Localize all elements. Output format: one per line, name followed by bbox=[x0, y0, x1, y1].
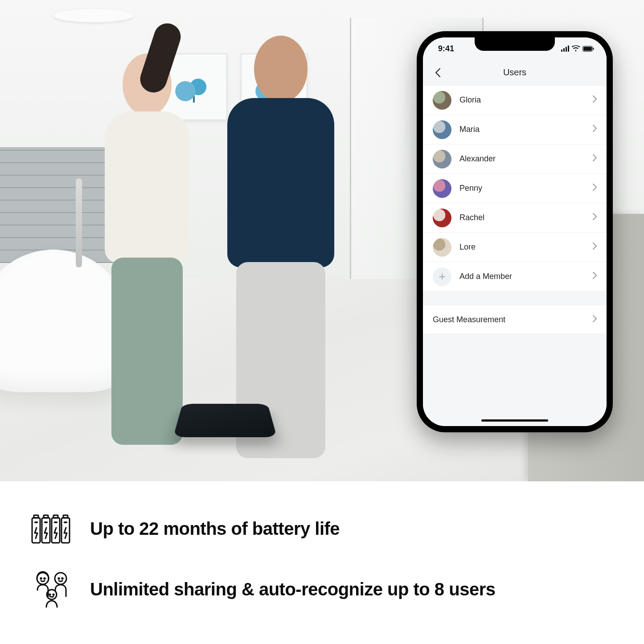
add-member-label: Add a Member bbox=[459, 272, 592, 281]
avatar bbox=[433, 150, 451, 168]
user-row[interactable]: Gloria bbox=[423, 86, 607, 115]
avatar bbox=[433, 91, 451, 110]
svg-point-21 bbox=[44, 578, 45, 579]
section-gap bbox=[423, 291, 607, 305]
status-icons bbox=[561, 45, 594, 52]
batteries-icon bbox=[31, 508, 72, 549]
avatar bbox=[433, 179, 451, 198]
back-button[interactable] bbox=[431, 66, 444, 79]
svg-rect-4 bbox=[34, 515, 38, 518]
svg-rect-1 bbox=[583, 47, 592, 51]
user-name: Penny bbox=[459, 184, 592, 193]
chevron-right-icon bbox=[592, 154, 597, 164]
plus-icon: + bbox=[433, 267, 451, 286]
status-time: 9:41 bbox=[438, 44, 454, 53]
page-title: Users bbox=[423, 67, 607, 78]
guest-label: Guest Measurement bbox=[433, 315, 592, 324]
user-name: Lore bbox=[459, 242, 592, 252]
chevron-right-icon bbox=[592, 183, 597, 193]
feature-battery-text: Up to 22 months of battery life bbox=[90, 519, 340, 539]
user-name: Maria bbox=[459, 125, 592, 134]
guest-measurement-row[interactable]: Guest Measurement bbox=[423, 305, 607, 334]
avatar bbox=[433, 238, 451, 257]
chevron-right-icon bbox=[592, 124, 597, 135]
nav-header: Users bbox=[423, 60, 607, 86]
user-name: Rachel bbox=[459, 213, 592, 222]
add-member-row[interactable]: +Add a Member bbox=[423, 262, 607, 291]
users-list: GloriaMariaAlexanderPennyRachelLore+Add … bbox=[423, 86, 607, 291]
screen-spacer bbox=[423, 334, 607, 426]
user-name: Gloria bbox=[459, 95, 592, 105]
wifi-icon bbox=[572, 45, 580, 52]
svg-rect-16 bbox=[63, 515, 68, 518]
user-row[interactable]: Penny bbox=[423, 174, 607, 203]
svg-point-20 bbox=[41, 578, 41, 579]
chevron-right-icon bbox=[592, 315, 597, 325]
person-woman bbox=[89, 53, 205, 446]
chevron-right-icon bbox=[592, 242, 597, 252]
user-row[interactable]: Rachel bbox=[423, 203, 607, 233]
user-row[interactable]: Maria bbox=[423, 115, 607, 144]
faucet bbox=[76, 178, 82, 267]
phone-mockup: 9:41 Users GloriaMa bbox=[417, 31, 613, 432]
feature-sharing: Unlimited sharing & auto-recognize up to… bbox=[31, 569, 613, 610]
svg-point-27 bbox=[53, 594, 54, 595]
user-row[interactable]: Alexander bbox=[423, 144, 607, 174]
ceiling-light bbox=[53, 9, 134, 22]
feature-list: Up to 22 months of battery life bbox=[0, 481, 644, 644]
avatar bbox=[433, 120, 451, 139]
battery-icon bbox=[582, 46, 594, 52]
chevron-right-icon bbox=[592, 213, 597, 223]
user-name: Alexander bbox=[459, 154, 592, 164]
chevron-left-icon bbox=[435, 68, 441, 78]
smart-scale bbox=[173, 404, 277, 437]
phone-notch bbox=[475, 37, 555, 51]
svg-point-24 bbox=[62, 578, 63, 579]
svg-rect-12 bbox=[53, 515, 58, 518]
svg-point-26 bbox=[49, 594, 50, 595]
person-man bbox=[214, 36, 348, 446]
home-indicator bbox=[481, 419, 548, 422]
svg-point-22 bbox=[55, 573, 66, 584]
cellular-icon bbox=[561, 45, 569, 52]
chevron-right-icon bbox=[592, 95, 597, 105]
svg-rect-2 bbox=[593, 48, 594, 50]
hero-photo: 9:41 Users GloriaMa bbox=[0, 0, 644, 481]
user-row[interactable]: Lore bbox=[423, 233, 607, 262]
avatar bbox=[433, 209, 451, 227]
family-icon bbox=[31, 569, 72, 610]
phone-screen: 9:41 Users GloriaMa bbox=[423, 37, 607, 426]
feature-sharing-text: Unlimited sharing & auto-recognize up to… bbox=[90, 579, 495, 599]
chevron-right-icon bbox=[592, 271, 597, 282]
svg-rect-8 bbox=[44, 515, 48, 518]
feature-battery: Up to 22 months of battery life bbox=[31, 508, 613, 549]
svg-point-23 bbox=[58, 578, 59, 579]
